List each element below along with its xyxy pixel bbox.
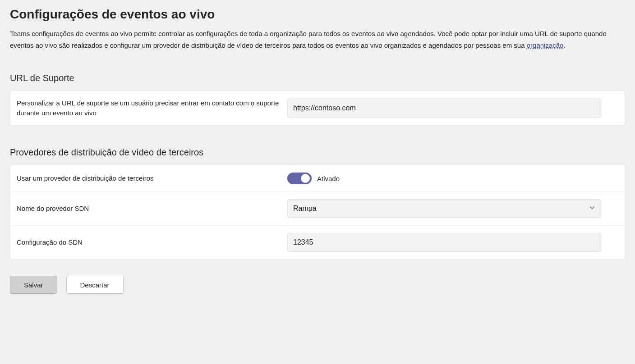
support-url-input[interactable] xyxy=(287,99,601,118)
learn-more-link[interactable]: organização xyxy=(527,41,564,49)
chevron-down-icon xyxy=(589,205,595,213)
toggle-state-label: Ativado xyxy=(317,175,340,182)
use-provider-row: Usar um provedor de distribuição de terc… xyxy=(10,165,625,191)
discard-button[interactable]: Descartar xyxy=(66,276,124,294)
use-provider-toggle[interactable] xyxy=(287,173,312,184)
save-button[interactable]: Salvar xyxy=(10,276,57,294)
support-url-row: Personalizar a URL de suporte se um usuá… xyxy=(10,91,625,125)
page-description: Teams configurações de eventos ao vivo p… xyxy=(10,28,623,51)
support-url-section-title: URL de Suporte xyxy=(10,73,625,83)
page-description-post: . xyxy=(563,41,565,49)
sdn-config-input[interactable] xyxy=(287,233,601,252)
support-url-panel: Personalizar a URL de suporte se um usuá… xyxy=(10,91,625,126)
providers-section-title: Provedores de distribuição de vídeo de t… xyxy=(10,147,625,158)
sdn-name-dropdown[interactable]: Rampa xyxy=(287,199,601,218)
sdn-name-label: Nome do provedor SDN xyxy=(17,204,287,214)
providers-panel: Usar um provedor de distribuição de terc… xyxy=(10,165,625,259)
sdn-name-value: Rampa xyxy=(293,205,317,213)
page-title: Configurações de eventos ao vivo xyxy=(10,0,625,22)
support-url-label: Personalizar a URL de suporte se um usuá… xyxy=(17,98,287,118)
footer-actions: Salvar Descartar xyxy=(10,276,625,303)
sdn-config-row: Configuração do SDN xyxy=(10,225,625,259)
sdn-config-label: Configuração do SDN xyxy=(17,237,287,247)
page-description-pre: Teams configurações de eventos ao vivo p… xyxy=(10,30,607,49)
toggle-knob xyxy=(301,174,310,183)
use-provider-label: Usar um provedor de distribuição de terc… xyxy=(17,173,287,183)
sdn-name-row: Nome do provedor SDN Rampa xyxy=(10,191,625,225)
